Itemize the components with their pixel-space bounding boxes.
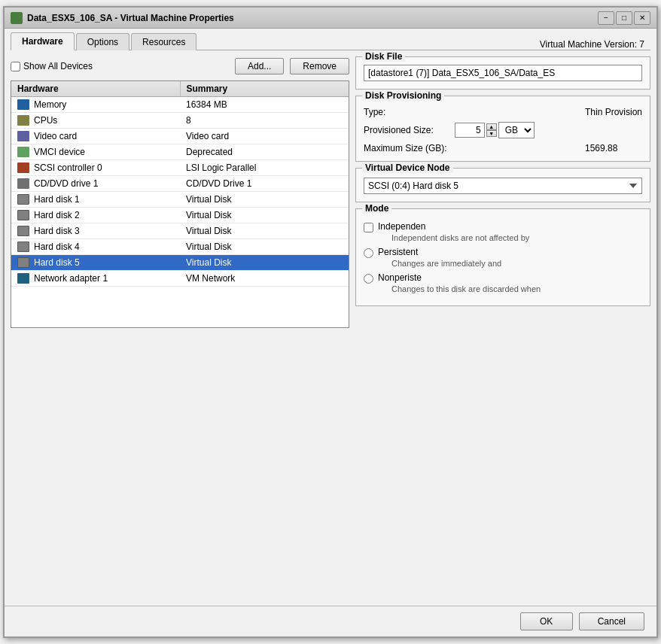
table-row[interactable]: Hard disk 4Virtual Disk [11, 239, 349, 255]
table-row[interactable]: Hard disk 3Virtual Disk [11, 223, 349, 239]
hardware-summary: Virtual Disk [180, 192, 349, 207]
hardware-name: Hard disk 4 [34, 242, 80, 252]
nonpersistent-row: Nonperiste Changes to this disk are disc… [364, 272, 642, 293]
maximum-size-value: 1569.88 [585, 143, 642, 153]
vmci-icon [17, 147, 29, 157]
title-buttons: − □ ✕ [598, 11, 650, 25]
provisioned-size-label: Provisioned Size: [364, 125, 447, 135]
title-bar: Data_ESX5_106_SA - Virtual Machine Prope… [5, 8, 656, 29]
nonpersistent-label: Nonperiste [378, 272, 422, 283]
hardware-name: Hard disk 3 [34, 226, 80, 236]
hardware-name: VMCI device [34, 147, 85, 157]
hardware-name: Hard disk 5 [34, 257, 80, 268]
independent-row: Independen Independent disks are not aff… [364, 221, 642, 242]
table-row[interactable]: Video cardVideo card [11, 129, 349, 144]
persistent-label: Persistent [378, 247, 418, 257]
disk-icon [17, 257, 29, 268]
maximum-size-label: Maximum Size (GB): [364, 143, 447, 153]
hardware-summary: Video card [180, 129, 349, 144]
tab-resources[interactable]: Resources [131, 33, 196, 50]
show-all-label[interactable]: Show All Devices [11, 61, 93, 71]
hardware-name: CPUs [34, 115, 57, 126]
close-button[interactable]: ✕ [634, 11, 650, 25]
hardware-name: Video card [34, 131, 77, 141]
hardware-summary: VM Network [180, 271, 349, 286]
persistent-row: Persistent Changes are immediately and [364, 247, 642, 268]
hardware-name: CD/DVD drive 1 [34, 178, 98, 189]
mode-title: Mode [362, 203, 391, 214]
disk-file-group-title: Disk File [362, 51, 405, 62]
minimize-button[interactable]: − [598, 11, 614, 25]
hardware-summary: 8 [180, 113, 349, 128]
hardware-name: Network adapter 1 [34, 273, 108, 284]
table-body: Memory16384 MBCPUs8Video cardVideo cardV… [11, 97, 349, 287]
tab-options[interactable]: Options [76, 33, 129, 50]
col-summary: Summary [181, 81, 349, 96]
disk-icon [17, 226, 29, 236]
table-row[interactable]: SCSI controller 0LSI Logic Parallel [11, 160, 349, 176]
table-row[interactable]: Network adapter 1VM Network [11, 271, 349, 287]
hardware-name: Memory [34, 99, 66, 110]
table-row[interactable]: Memory16384 MB [11, 97, 349, 113]
maximize-button[interactable]: □ [616, 11, 632, 25]
spin-down-button[interactable]: ▼ [486, 130, 497, 137]
virtual-device-node-select[interactable]: SCSI (0:4) Hard disk 5 [364, 178, 642, 194]
persistent-radio[interactable] [364, 248, 373, 258]
memory-icon [17, 99, 29, 110]
table-row[interactable]: Hard disk 2Virtual Disk [11, 208, 349, 223]
hardware-summary: Virtual Disk [180, 208, 349, 223]
cancel-button[interactable]: Cancel [579, 612, 644, 630]
table-row[interactable]: Hard disk 1Virtual Disk [11, 192, 349, 208]
cpu-icon [17, 115, 29, 126]
network-icon [17, 273, 29, 284]
type-label: Type: [364, 107, 447, 117]
hardware-table: Hardware Summary Memory16384 MBCPUs8Vide… [11, 80, 349, 328]
hardware-name: Hard disk 1 [34, 194, 80, 205]
unit-select[interactable]: MBGBTB [498, 122, 535, 138]
ok-button[interactable]: OK [520, 612, 573, 630]
left-panel: Show All Devices Add... Remove Hardware … [11, 56, 349, 328]
virtual-device-node-title: Virtual Device Node [362, 163, 453, 173]
nonpersistent-radio[interactable] [364, 274, 373, 284]
show-all-checkbox[interactable] [11, 62, 20, 71]
vm-version-label: Virtual Machine Version: 7 [540, 36, 650, 50]
disk-icon [17, 242, 29, 252]
main-window: Data_ESX5_106_SA - Virtual Machine Prope… [3, 6, 658, 638]
title-bar-left: Data_ESX5_106_SA - Virtual Machine Prope… [11, 12, 234, 24]
window-title: Data_ESX5_106_SA - Virtual Machine Prope… [27, 13, 234, 23]
table-row[interactable]: CD/DVD drive 1CD/DVD Drive 1 [11, 176, 349, 192]
independent-label: Independen [378, 221, 425, 232]
independent-desc: Independent disks are not affected by [391, 233, 529, 242]
hardware-summary: Virtual Disk [180, 239, 349, 254]
app-icon [11, 12, 23, 24]
hardware-name: SCSI controller 0 [34, 163, 102, 173]
hardware-summary: LSI Logic Parallel [180, 160, 349, 175]
hardware-summary: Virtual Disk [180, 255, 349, 270]
table-row[interactable]: VMCI deviceDeprecated [11, 144, 349, 160]
tab-hardware[interactable]: Hardware [11, 32, 75, 50]
bottom-bar: OK Cancel [5, 606, 656, 636]
mode-group: Mode Independen Independent disks are no… [355, 208, 650, 306]
persistent-desc: Changes are immediately and [391, 259, 501, 268]
table-row[interactable]: CPUs8 [11, 113, 349, 129]
independent-checkbox[interactable] [364, 223, 373, 232]
hardware-name: Hard disk 2 [34, 210, 80, 220]
spin-up-button[interactable]: ▲ [486, 123, 497, 130]
table-row[interactable]: Hard disk 5Virtual Disk [11, 255, 349, 271]
spin-buttons: ▲ ▼ [486, 123, 497, 137]
disk-file-group: Disk File [355, 56, 650, 90]
remove-button[interactable]: Remove [290, 58, 349, 74]
disk-provisioning-title: Disk Provisioning [362, 90, 444, 101]
prov-grid: Type: Thin Provision Provisioned Size: ▲… [364, 107, 642, 153]
disk-file-input[interactable] [364, 65, 642, 81]
provisioned-size-spinner: ▲ ▼ MBGBTB [455, 122, 577, 138]
cdrom-icon [17, 178, 29, 189]
right-panel: Disk File Disk Provisioning Type: Thin P… [355, 56, 650, 328]
disk-provisioning-group: Disk Provisioning Type: Thin Provision P… [355, 96, 650, 162]
hardware-summary: 16384 MB [180, 97, 349, 112]
add-button[interactable]: Add... [235, 58, 284, 74]
content-area: Show All Devices Add... Remove Hardware … [5, 50, 656, 334]
virtual-device-node-group: Virtual Device Node SCSI (0:4) Hard disk… [355, 168, 650, 202]
provisioned-size-input[interactable] [455, 123, 485, 138]
video-icon [17, 131, 29, 141]
